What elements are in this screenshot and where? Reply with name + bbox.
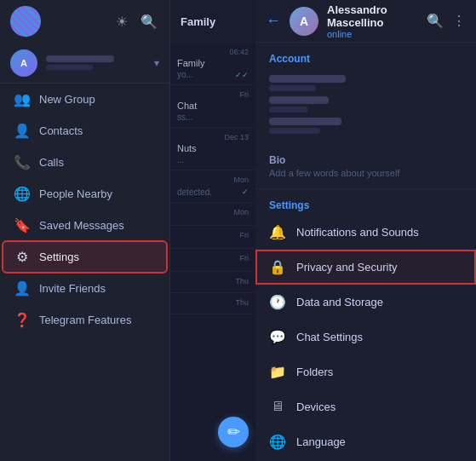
sidebar-item-settings[interactable]: ⚙ Settings [3,242,166,272]
chat-date: Mon [177,208,249,216]
chat-item[interactable]: Mon detected. ✓ [170,170,255,203]
contacts-icon: 👤 [14,123,31,139]
chat-item[interactable]: Fri Chat ss... [170,85,255,128]
sidebar-item-label: Saved Messages [39,219,124,232]
account-info [255,68,476,149]
sidebar-item-invite-friends[interactable]: 👤 Invite Friends [3,274,166,303]
info-label-bar [269,85,316,91]
sidebar-item-people-nearby[interactable]: 🌐 People Nearby [3,179,166,209]
chat-name: Family [177,58,249,68]
saved-icon: 🔖 [14,217,31,233]
search-icon[interactable]: 🔍 [139,11,159,32]
settings-language[interactable]: 🌐 Language [255,424,476,459]
settings-section-label: Settings [255,189,476,215]
chat-item[interactable]: Fri [170,249,255,272]
menu-icon[interactable]: ⋮ [452,13,466,29]
chat-list: 06:42 Family yo... ✓✓ Fri Chat ss... Dec… [170,43,255,461]
new-group-icon: 👥 [14,91,31,107]
right-panel: ← A Alessandro Mascellino online 🔍 ⋮ Acc… [255,0,476,461]
folders-icon: 📁 [269,363,286,380]
settings-chat[interactable]: 💬 Chat Settings [255,320,476,354]
sidebar-item-label: People Nearby [39,187,112,200]
sidebar-item-label: Invite Friends [39,282,106,295]
compose-fab[interactable]: ✏ [218,417,249,447]
info-bar [269,118,341,125]
settings-item-label: Language [296,435,346,448]
sidebar-item-contacts[interactable]: 👤 Contacts [3,116,166,146]
chat-date: Thu [177,277,249,285]
sidebar-item-saved-messages[interactable]: 🔖 Saved Messages [3,210,166,240]
invite-icon: 👤 [14,280,31,297]
settings-item-label: Devices [296,400,335,413]
avatar[interactable] [10,6,41,37]
profile-avatar: A [290,7,318,36]
info-label-bar [269,128,320,134]
notifications-icon: 🔔 [269,223,286,240]
settings-data[interactable]: 🕐 Data and Storage [255,285,476,320]
chat-preview: ss... [177,112,249,122]
middle-header-title: Family [181,15,215,28]
sidebar-item-label: Settings [39,251,79,263]
left-header: ☀ 🔍 [0,0,169,43]
right-content: Account Bio Add a few words about yourse… [255,43,476,461]
search-icon[interactable]: 🔍 [427,13,444,29]
header-info: Alessandro Mascellino online [327,3,418,39]
profile-text [46,55,146,70]
online-status: online [327,29,418,39]
account-section-label: Account [255,43,476,68]
chevron-down-icon: ▾ [154,57,159,69]
brightness-icon[interactable]: ☀ [112,11,132,32]
sidebar-item-label: Telegram Features [39,314,131,326]
info-row-1 [269,75,462,91]
chat-item[interactable]: Thu [170,272,255,293]
chat-settings-icon: 💬 [269,328,286,345]
settings-folders[interactable]: 📁 Folders [255,354,476,389]
sidebar-item-label: Calls [39,156,64,169]
info-bar [269,75,346,83]
settings-privacy[interactable]: 🔒 Privacy and Security [255,250,476,285]
profile-name-bar [46,55,114,62]
chat-item[interactable]: 06:42 Family yo... ✓✓ [170,43,255,85]
sidebar-item-new-group[interactable]: 👥 New Group [3,84,166,114]
chat-date: Fri [177,254,249,262]
sidebar-item-calls[interactable]: 📞 Calls [3,147,166,177]
people-nearby-icon: 🌐 [14,186,31,202]
info-bar [269,96,329,104]
info-label-bar [269,107,307,112]
calls-icon: 📞 [14,154,31,170]
header-actions: 🔍 ⋮ [427,13,466,29]
profile-sub-bar [46,65,93,70]
chat-preview: detected. [177,187,212,197]
bio-title: Bio [269,154,462,166]
settings-devices[interactable]: 🖥 Devices [255,389,476,424]
chat-date: Thu [177,298,249,307]
settings-notifications[interactable]: 🔔 Notifications and Sounds [255,215,476,250]
chat-name: Chat [177,101,249,111]
chat-preview: ... [177,155,249,164]
features-icon: ❓ [14,312,31,328]
nav-list: 👥 New Group 👤 Contacts 📞 Calls 🌐 People … [0,84,169,461]
data-storage-icon: 🕐 [269,293,286,310]
chat-item[interactable]: Thu [170,293,255,314]
bio-text: Add a few words about yourself [269,168,462,178]
language-icon: 🌐 [269,433,286,450]
chat-date: Fri [177,90,249,99]
sidebar-item-telegram-features[interactable]: ❓ Telegram Features [3,305,166,335]
chat-item[interactable]: Fri [170,226,255,249]
info-row-2 [269,96,462,112]
profile-section[interactable]: A ▾ [0,43,169,84]
chat-date: Mon [177,176,249,184]
header-icons: ☀ 🔍 [112,11,159,32]
settings-item-label: Notifications and Sounds [296,226,419,239]
chat-date: Fri [177,231,249,239]
chat-item[interactable]: Dec 13 Nuts ... [170,128,255,170]
bio-section: Bio Add a few words about yourself [255,149,476,189]
chat-preview: yo... [177,70,193,79]
back-button[interactable]: ← [266,12,281,30]
read-check: ✓ [242,187,249,197]
settings-item-label: Data and Storage [296,296,383,308]
chat-item[interactable]: Mon [170,203,255,226]
settings-item-label: Privacy and Security [296,261,398,274]
profile-name: Alessandro Mascellino [327,3,418,29]
sidebar-item-label: Contacts [39,124,83,137]
